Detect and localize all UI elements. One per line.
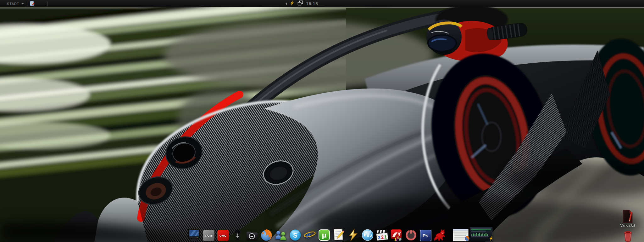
desktop-screen: START — [0, 0, 644, 242]
winamp-tray-icon[interactable] — [290, 1, 295, 7]
dock-item-bsplayer[interactable]: BS — [361, 228, 374, 241]
winamp-badge-icon — [489, 236, 494, 242]
bsplayer-icon: BS — [361, 229, 374, 241]
winamp-icon — [347, 229, 359, 241]
skype-letter: S — [293, 232, 297, 239]
power-off-icon — [405, 229, 417, 241]
mpc-321-icon: 3 2 1 — [375, 229, 389, 241]
dock-item-red-cat-app[interactable] — [433, 228, 447, 241]
dock-item-notepad[interactable] — [332, 228, 345, 241]
dock-item-media-player-classic[interactable]: 3 2 1 — [375, 228, 389, 241]
separator — [47, 2, 48, 6]
mpc-digit-1: 1 — [384, 234, 387, 240]
window-switcher-tray-icon[interactable] — [297, 0, 303, 7]
dock-item-firefox[interactable] — [260, 228, 273, 241]
notepad-quicklaunch-button[interactable] — [29, 1, 35, 7]
mpc-digit-3: 3 — [378, 235, 381, 240]
skype-icon: S — [289, 229, 302, 241]
varios-txt-label: Varios.txt — [620, 223, 635, 227]
desktop-icon-varios-txt[interactable]: Varios.txt — [615, 210, 640, 227]
notepad-icon — [30, 1, 35, 6]
system-tray: 16:18 — [286, 0, 318, 7]
taskbar-clock[interactable]: 16:18 — [306, 1, 318, 6]
desktop-icon-trash[interactable] — [617, 230, 639, 242]
dock-item-messenger-contacts[interactable] — [274, 228, 287, 241]
start-button[interactable]: START — [7, 0, 24, 7]
photoshop-icon: Ps — [420, 230, 431, 241]
dock-item-private-folder[interactable] — [245, 228, 258, 241]
dock-item-skype[interactable]: S — [289, 228, 302, 241]
tray-collapse-chevron-icon[interactable] — [286, 3, 287, 5]
dock-item-utorrent[interactable]: µ — [318, 228, 331, 241]
dock-item-internet-explorer[interactable]: e — [303, 228, 316, 241]
trash-icon — [622, 230, 634, 242]
dock-item-photoshop[interactable]: Ps — [419, 228, 432, 241]
internet-explorer-icon: e — [303, 229, 316, 241]
photoshop-letters: Ps — [423, 233, 428, 238]
red-cat-icon — [433, 229, 447, 241]
tshirt-icon — [231, 229, 244, 241]
com-icon-label: COM — [205, 234, 212, 237]
dock-item-power-off[interactable] — [404, 228, 418, 241]
omg-icon: OMG — [217, 230, 229, 241]
start-label: START — [7, 2, 19, 6]
dock-item-my-computer[interactable] — [187, 228, 201, 241]
firefox-badge-icon — [464, 236, 470, 242]
dock-item-com-shortcut[interactable]: COM — [202, 228, 215, 241]
com-icon: COM — [203, 230, 214, 241]
omg-icon-label: OMG — [219, 234, 226, 237]
private-folder-icon — [245, 230, 258, 241]
bsplayer-letters: BS — [367, 233, 372, 238]
notepad-pencil-icon — [332, 228, 345, 241]
mpc-digit-2: 2 — [381, 234, 384, 240]
firefox-icon — [260, 229, 273, 241]
varios-txt-file-icon — [622, 210, 633, 223]
dock: COM OMG — [187, 227, 492, 241]
dock-window-winamp[interactable] — [470, 227, 492, 241]
utorrent-letter: µ — [322, 232, 326, 239]
messenger-contacts-icon — [274, 229, 287, 241]
ie-letter: e — [306, 229, 311, 241]
taskbar: START — [0, 0, 644, 7]
dock-item-omg-shortcut[interactable]: OMG — [216, 228, 230, 241]
dock-item-winamp[interactable] — [347, 228, 360, 241]
quick-launch-zone — [25, 0, 50, 7]
ati-tools-icon — [390, 229, 403, 241]
utorrent-icon: µ — [318, 229, 330, 241]
wallpaper-racing-car — [0, 7, 644, 242]
separator — [27, 2, 27, 6]
my-computer-icon — [187, 229, 201, 241]
dock-item-ati-tray-tools[interactable] — [390, 228, 403, 241]
dock-item-tshirt-app[interactable] — [231, 228, 244, 241]
chevron-down-icon — [21, 3, 24, 4]
dock-window-firefox[interactable] — [453, 229, 469, 241]
